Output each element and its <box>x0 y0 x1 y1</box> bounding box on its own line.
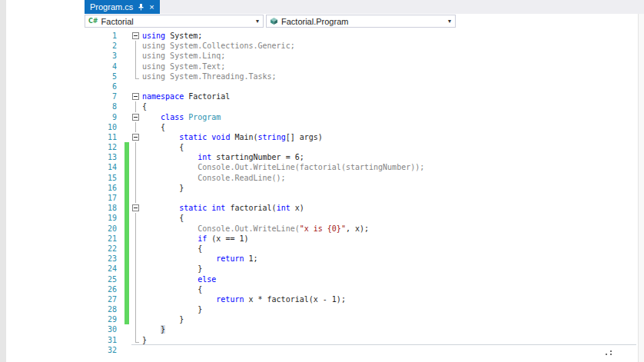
code-line[interactable]: 14 Console.Out.WriteLine(factorial(start… <box>85 162 644 172</box>
line-number[interactable]: 16 <box>85 183 121 193</box>
code-text[interactable]: else <box>141 274 216 284</box>
line-number[interactable]: 8 <box>85 101 121 111</box>
line-number[interactable]: 13 <box>85 152 121 162</box>
line-number[interactable]: 14 <box>85 162 121 172</box>
code-text[interactable]: class Program <box>141 112 221 122</box>
code-text[interactable]: using System; <box>141 31 202 41</box>
code-line[interactable]: 15 Console.ReadLine(); <box>85 173 644 183</box>
code-line[interactable]: 21 if (x == 1) <box>85 234 644 244</box>
code-line[interactable]: 16 } <box>85 183 644 193</box>
code-line[interactable]: 24 } <box>85 264 644 274</box>
code-line[interactable]: 9 class Program <box>85 112 644 122</box>
line-number[interactable]: 12 <box>85 142 121 152</box>
fold-toggle[interactable] <box>131 132 141 142</box>
code-text[interactable]: using System.Linq; <box>141 51 225 61</box>
line-number[interactable]: 32 <box>85 345 121 355</box>
line-number[interactable]: 23 <box>85 254 121 264</box>
line-number[interactable]: 15 <box>85 173 121 183</box>
code-line[interactable]: 31} <box>85 335 644 345</box>
line-number[interactable]: 21 <box>85 234 121 244</box>
code-line[interactable]: 17 <box>85 193 644 203</box>
code-text[interactable]: using System.Collections.Generic; <box>141 41 295 51</box>
tab-program-cs[interactable]: Program.cs × <box>85 0 160 14</box>
line-number[interactable]: 22 <box>85 244 121 254</box>
code-line[interactable]: 29 } <box>85 314 644 324</box>
line-number[interactable]: 4 <box>85 61 121 71</box>
resize-grip[interactable] <box>606 349 615 358</box>
code-text[interactable]: using System.Threading.Tasks; <box>141 71 277 81</box>
code-text[interactable]: static int factorial(int x) <box>141 203 304 213</box>
line-number[interactable]: 9 <box>85 112 121 122</box>
code-text[interactable]: } <box>141 264 202 274</box>
line-number[interactable]: 24 <box>85 264 121 274</box>
line-number[interactable]: 31 <box>85 335 121 345</box>
line-number[interactable]: 11 <box>85 132 121 142</box>
code-text[interactable]: return 1; <box>141 254 258 264</box>
code-line[interactable]: 19 { <box>85 213 644 223</box>
code-text[interactable]: { <box>141 142 184 152</box>
types-dropdown[interactable]: C# Factorial ▾ <box>85 15 264 28</box>
code-line[interactable]: 32 <box>85 345 644 355</box>
code-line[interactable]: 22 { <box>85 244 644 254</box>
code-line[interactable]: 2using System.Collections.Generic; <box>85 41 644 51</box>
code-line[interactable]: 3using System.Linq; <box>85 51 644 61</box>
line-number[interactable]: 26 <box>85 284 121 294</box>
code-text[interactable]: { <box>141 284 202 294</box>
line-number[interactable]: 7 <box>85 91 121 101</box>
code-line[interactable]: 26 { <box>85 284 644 294</box>
fold-toggle[interactable] <box>131 112 141 122</box>
code-text[interactable] <box>141 345 142 355</box>
line-number[interactable]: 27 <box>85 294 121 304</box>
code-line[interactable]: 6 <box>85 81 644 91</box>
code-line[interactable]: 7namespace Factorial <box>85 91 644 101</box>
code-text[interactable]: { <box>141 101 147 111</box>
line-number[interactable]: 29 <box>85 314 121 324</box>
line-number[interactable]: 6 <box>85 81 121 91</box>
code-text[interactable]: using System.Text; <box>141 61 225 71</box>
line-number[interactable]: 1 <box>85 31 121 41</box>
code-text[interactable]: if (x == 1) <box>141 234 248 244</box>
chevron-down-icon[interactable]: ▾ <box>256 18 260 25</box>
code-line[interactable]: 1using System; <box>85 31 644 41</box>
code-line[interactable]: 5using System.Threading.Tasks; <box>85 71 644 81</box>
line-number[interactable]: 19 <box>85 213 121 223</box>
line-number[interactable]: 5 <box>85 71 121 81</box>
code-text[interactable]: } <box>141 324 165 334</box>
members-dropdown[interactable]: Factorial.Program ▾ <box>266 15 456 28</box>
line-number[interactable]: 18 <box>85 203 121 213</box>
line-number[interactable]: 28 <box>85 304 121 314</box>
code-line[interactable]: 23 return 1; <box>85 254 644 264</box>
line-number[interactable]: 3 <box>85 51 121 61</box>
code-line[interactable]: 10 { <box>85 122 644 132</box>
code-text[interactable]: } <box>141 314 184 324</box>
code-text[interactable]: } <box>141 335 147 345</box>
code-text[interactable]: { <box>141 244 202 254</box>
line-number[interactable]: 2 <box>85 41 121 51</box>
code-line[interactable]: 11 static void Main(string[] args) <box>85 132 644 142</box>
code-line[interactable]: 18 static int factorial(int x) <box>85 203 644 213</box>
line-number[interactable]: 20 <box>85 224 121 234</box>
line-number[interactable]: 30 <box>85 324 121 334</box>
code-text[interactable]: } <box>141 183 184 193</box>
code-line[interactable]: 12 { <box>85 142 644 152</box>
code-text[interactable]: Console.Out.WriteLine("x is {0}", x); <box>141 224 369 234</box>
code-line[interactable]: 4using System.Text; <box>85 61 644 71</box>
code-line[interactable]: 8{ <box>85 101 644 111</box>
code-text[interactable]: return x * factorial(x - 1); <box>141 294 346 304</box>
code-text[interactable]: namespace Factorial <box>141 91 230 101</box>
code-text[interactable]: } <box>141 304 202 314</box>
close-icon[interactable]: × <box>149 3 154 12</box>
code-area[interactable]: 1using System;2using System.Collections.… <box>85 28 644 355</box>
fold-toggle[interactable] <box>131 91 141 101</box>
code-text[interactable]: Console.Out.WriteLine(factorial(starting… <box>141 162 424 172</box>
line-number[interactable]: 25 <box>85 274 121 284</box>
code-text[interactable]: { <box>141 213 184 223</box>
fold-toggle[interactable] <box>131 203 141 213</box>
code-text[interactable] <box>141 81 142 91</box>
code-line[interactable]: 30 } <box>85 324 644 334</box>
fold-toggle[interactable] <box>131 31 141 41</box>
chevron-down-icon[interactable]: ▾ <box>448 18 452 25</box>
code-text[interactable]: static void Main(string[] args) <box>141 132 323 142</box>
code-line[interactable]: 20 Console.Out.WriteLine("x is {0}", x); <box>85 224 644 234</box>
code-text[interactable] <box>141 193 142 203</box>
